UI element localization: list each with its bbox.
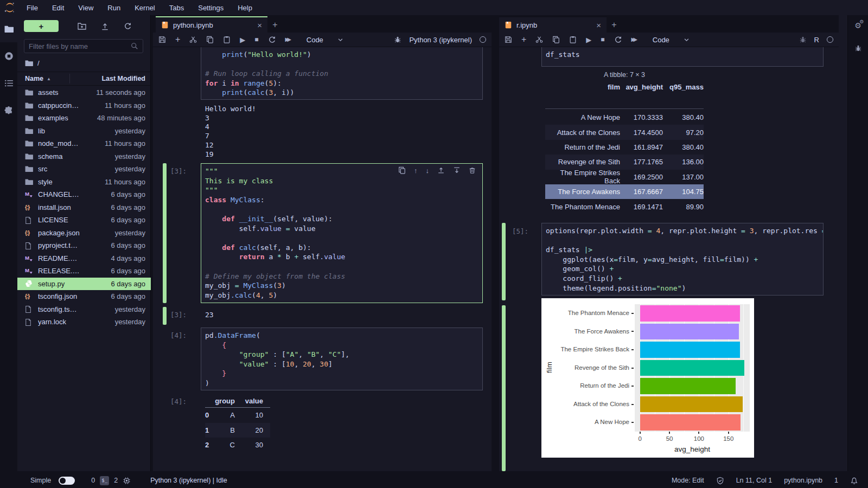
code-cell-ggplot[interactable]: options(repr.plot.width = 4, repr.plot.h… xyxy=(541,223,824,296)
menu-settings[interactable]: Settings xyxy=(191,4,231,12)
file-row-lib[interactable]: libyesterday xyxy=(17,125,151,138)
stop-kernel-icon[interactable]: ■ xyxy=(601,36,604,43)
menu-help[interactable]: Help xyxy=(231,4,259,12)
file-row-node-mod-[interactable]: node_mod…11 hours ago xyxy=(17,137,151,150)
tibble-row[interactable]: The Empire Strikes Back169.2500137.00 xyxy=(545,170,704,184)
file-row-pyproject.t-[interactable]: pyproject.t…6 days ago xyxy=(17,239,151,252)
new-tab-button[interactable]: + xyxy=(267,17,283,33)
tibble-row[interactable]: Return of the Jedi161.8947380.40 xyxy=(545,140,704,155)
copy-cell-icon[interactable] xyxy=(206,36,214,43)
move-cell-up-icon[interactable]: ↑ xyxy=(414,166,418,174)
menu-file[interactable]: File xyxy=(20,4,45,12)
file-row-style[interactable]: style11 hours ago xyxy=(17,176,151,189)
file-row-assets[interactable]: assets11 seconds ago xyxy=(17,86,151,99)
duplicate-cell-icon[interactable] xyxy=(398,166,406,174)
trust-shield-icon[interactable] xyxy=(716,477,724,485)
insert-cell-icon[interactable]: + xyxy=(521,35,526,44)
delete-cell-icon[interactable] xyxy=(469,166,476,174)
property-inspector-icon[interactable]: ⚙⚙ xyxy=(854,22,861,29)
home-folder-icon[interactable] xyxy=(25,60,33,67)
restart-kernel-icon[interactable] xyxy=(268,36,276,44)
cell-type-dropdown[interactable]: Code xyxy=(307,36,343,44)
code-cell-hello[interactable]: print("Hello world!") # Run loop calling… xyxy=(201,47,483,100)
close-tab-icon[interactable]: × xyxy=(596,21,601,30)
run-cell-icon[interactable]: ▶ xyxy=(240,36,245,43)
file-row-yarn.lock[interactable]: yarn.lockyesterday xyxy=(17,316,151,329)
file-row-setup.py[interactable]: setup.py6 days ago xyxy=(17,278,151,291)
run-all-icon[interactable]: ▶▶ xyxy=(631,37,635,42)
cell-type-dropdown[interactable]: Code xyxy=(653,36,690,44)
simple-mode-toggle[interactable] xyxy=(59,477,75,485)
active-cell-indicator[interactable] xyxy=(502,305,506,471)
sort-by-name-header[interactable]: Name ▲ xyxy=(17,75,69,82)
code-cell-dataframe[interactable]: pd.DataFrame( { "group" : ["A", "B", "C"… xyxy=(201,328,483,390)
new-folder-icon[interactable] xyxy=(71,22,93,30)
menu-view[interactable]: View xyxy=(71,4,100,12)
table-of-contents-icon[interactable] xyxy=(0,69,17,97)
file-row-schema[interactable]: schemayesterday xyxy=(17,150,151,163)
bell-icon[interactable] xyxy=(850,477,858,485)
kernel-status-text[interactable]: Python 3 (ipykernel) | Idle xyxy=(150,477,227,484)
kernel-name[interactable]: R xyxy=(814,36,819,44)
file-browser-tab-icon[interactable] xyxy=(0,15,17,42)
new-tab-button[interactable]: + xyxy=(607,17,622,33)
running-kernels-icon[interactable] xyxy=(0,42,17,69)
file-row-src[interactable]: srcyesterday xyxy=(17,163,151,176)
run-cell-icon[interactable]: ▶ xyxy=(586,36,591,43)
new-launcher-button[interactable]: + xyxy=(24,20,59,32)
file-row-tsconfig.ts-[interactable]: tsconfig.ts…yesterday xyxy=(17,303,151,316)
upload-icon[interactable] xyxy=(93,22,116,30)
menu-tabs[interactable]: Tabs xyxy=(162,4,191,12)
file-browser-panel: + / Name ▲ Last Modified assets11 second… xyxy=(17,15,151,471)
file-row-catppuccin-[interactable]: catppuccin…11 hours ago xyxy=(17,99,151,112)
file-row-changel-[interactable]: MCHANGEL…6 days ago xyxy=(17,188,151,201)
file-row-license[interactable]: LICENSE6 days ago xyxy=(17,214,151,227)
breadcrumb-root[interactable]: / xyxy=(37,59,40,67)
tibble-row[interactable]: A New Hope170.3333380.40 xyxy=(545,110,704,125)
kernel-name[interactable]: Python 3 (ipykernel) xyxy=(409,36,472,44)
debugger-icon[interactable] xyxy=(799,36,807,43)
tibble-row[interactable]: The Force Awakens167.6667104.75 xyxy=(545,184,704,199)
restart-kernel-icon[interactable] xyxy=(614,36,622,44)
filter-files-input[interactable] xyxy=(24,42,131,50)
save-icon[interactable] xyxy=(505,36,512,43)
active-cell-indicator[interactable] xyxy=(163,163,167,303)
insert-cell-icon[interactable]: + xyxy=(175,35,180,44)
sort-by-modified-header[interactable]: Last Modified xyxy=(70,75,151,82)
tab-python-ipynb[interactable]: python.ipynb × xyxy=(156,16,267,33)
paste-cell-icon[interactable] xyxy=(223,36,231,43)
tibble-row[interactable]: The Phantom Menace169.147189.90 xyxy=(545,199,704,214)
extension-manager-icon[interactable] xyxy=(0,97,17,124)
debugger-sidebar-icon[interactable] xyxy=(854,44,862,52)
cut-cell-icon[interactable] xyxy=(189,36,197,43)
stop-kernel-icon[interactable]: ■ xyxy=(254,36,258,43)
menu-edit[interactable]: Edit xyxy=(45,4,71,12)
run-all-icon[interactable]: ▶▶ xyxy=(285,37,289,42)
file-row-readme.-[interactable]: MREADME.…4 days ago xyxy=(17,252,151,265)
cursor-position[interactable]: Ln 11, Col 1 xyxy=(736,477,772,484)
tab-r-ipynb[interactable]: r.ipynb × xyxy=(499,17,607,33)
running-sessions[interactable]: 0 $_ 2 xyxy=(91,476,131,485)
tibble-row[interactable]: Revenge of the Sith177.1765136.00 xyxy=(545,155,704,169)
save-icon[interactable] xyxy=(158,36,166,43)
menu-run[interactable]: Run xyxy=(100,4,127,12)
refresh-icon[interactable] xyxy=(116,22,139,30)
cut-cell-icon[interactable] xyxy=(535,36,543,43)
mode-indicator[interactable]: Mode: Edit xyxy=(672,477,704,484)
file-row-examples[interactable]: examples48 minutes ago xyxy=(17,112,151,125)
code-cell-myclass[interactable]: """This is my class"""class MyClass: def… xyxy=(201,163,483,303)
file-row-release.-[interactable]: MRELEASE.…6 days ago xyxy=(17,265,151,278)
insert-cell-above-icon[interactable] xyxy=(437,166,445,174)
close-tab-icon[interactable]: × xyxy=(257,21,262,30)
file-row-tsconfig.json[interactable]: {:}tsconfig.json6 days ago xyxy=(17,290,151,303)
menu-kernel[interactable]: Kernel xyxy=(127,4,162,12)
debugger-icon[interactable] xyxy=(394,36,401,43)
move-cell-down-icon[interactable]: ↓ xyxy=(426,166,430,174)
file-row-package.json[interactable]: {:}package.jsonyesterday xyxy=(17,227,151,240)
code-cell-dfstats[interactable]: df_stats xyxy=(541,47,824,67)
file-row-install.json[interactable]: {:}install.json6 days ago xyxy=(17,201,151,214)
paste-cell-icon[interactable] xyxy=(569,36,577,43)
tibble-row[interactable]: Attack of the Clones174.450097.20 xyxy=(545,125,704,139)
copy-cell-icon[interactable] xyxy=(552,36,560,43)
insert-cell-below-icon[interactable] xyxy=(453,166,461,174)
